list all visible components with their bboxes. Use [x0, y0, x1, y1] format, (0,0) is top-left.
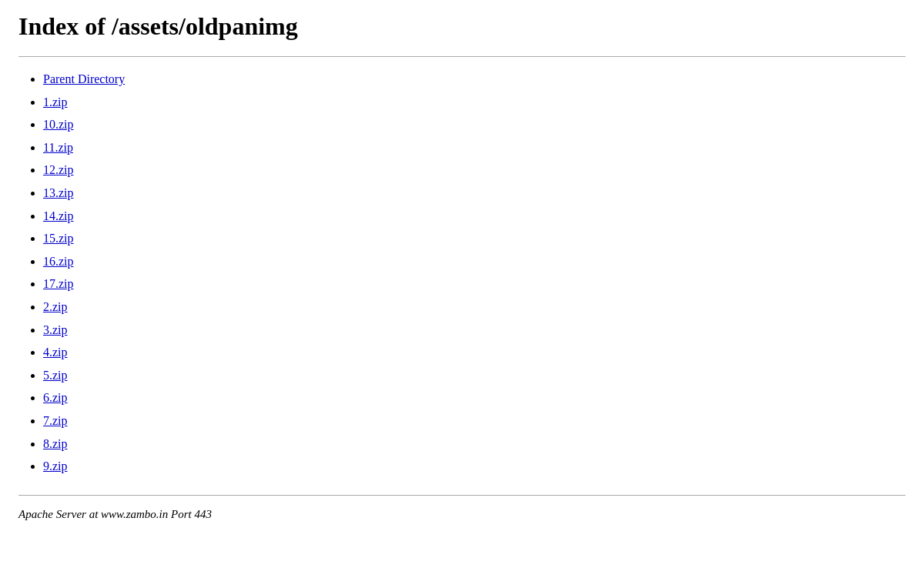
- file-link[interactable]: 14.zip: [43, 209, 74, 222]
- list-item: 3.zip: [43, 320, 906, 340]
- file-link[interactable]: 17.zip: [43, 277, 74, 290]
- file-link[interactable]: 2.zip: [43, 300, 68, 313]
- list-item: 2.zip: [43, 297, 906, 317]
- list-item: 7.zip: [43, 411, 906, 431]
- file-link[interactable]: 10.zip: [43, 118, 74, 131]
- list-item: 5.zip: [43, 366, 906, 386]
- divider-bottom: [18, 495, 906, 496]
- list-item: 14.zip: [43, 206, 906, 226]
- list-item: 13.zip: [43, 183, 906, 203]
- list-item: 11.zip: [43, 138, 906, 158]
- file-link[interactable]: 1.zip: [43, 95, 68, 109]
- file-link[interactable]: 3.zip: [43, 323, 68, 336]
- list-item: 16.zip: [43, 252, 906, 272]
- list-item: 8.zip: [43, 434, 906, 454]
- file-link[interactable]: 15.zip: [43, 232, 74, 245]
- list-item: 9.zip: [43, 456, 906, 476]
- file-link[interactable]: 5.zip: [43, 369, 68, 382]
- list-item: 10.zip: [43, 115, 906, 135]
- list-item: Parent Directory: [43, 69, 906, 89]
- list-item: 1.zip: [43, 92, 906, 112]
- file-link[interactable]: 9.zip: [43, 459, 68, 473]
- file-link[interactable]: 11.zip: [43, 141, 73, 154]
- page-heading: Index of /assets/oldpanimg: [18, 12, 906, 41]
- file-link[interactable]: 7.zip: [43, 414, 68, 427]
- list-item: 4.zip: [43, 342, 906, 363]
- list-item: 6.zip: [43, 388, 906, 408]
- file-link[interactable]: 8.zip: [43, 437, 68, 450]
- list-item: 12.zip: [43, 160, 906, 180]
- file-link[interactable]: 4.zip: [43, 346, 68, 359]
- parent-directory-link[interactable]: Parent Directory: [43, 72, 125, 85]
- list-item: 17.zip: [43, 274, 906, 294]
- file-link[interactable]: 16.zip: [43, 255, 74, 268]
- divider-top: [18, 56, 906, 57]
- file-list: Parent Directory1.zip10.zip11.zip12.zip1…: [18, 69, 906, 476]
- file-link[interactable]: 6.zip: [43, 391, 68, 404]
- file-link[interactable]: 12.zip: [43, 163, 74, 176]
- footer-text: Apache Server at www.zambo.in Port 443: [18, 508, 906, 521]
- file-link[interactable]: 13.zip: [43, 186, 74, 199]
- list-item: 15.zip: [43, 229, 906, 249]
